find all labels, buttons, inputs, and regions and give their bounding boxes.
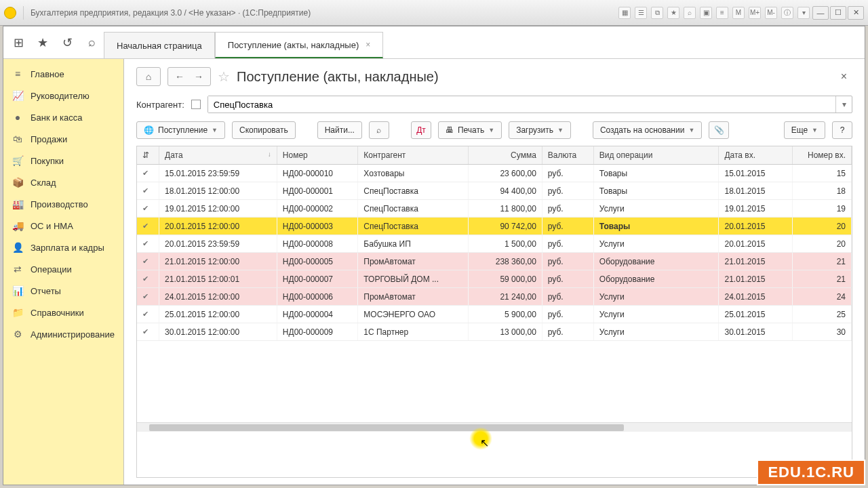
- sidebar-icon: 📈: [12, 90, 24, 101]
- info-icon[interactable]: ⓘ: [781, 7, 793, 19]
- sidebar-item-manager[interactable]: 📈Руководителю: [3, 85, 123, 106]
- sidebar-icon: 🛒: [12, 155, 24, 166]
- cell-counterparty: СпецПоставка: [358, 218, 469, 235]
- home-icon[interactable]: ⌂: [141, 69, 156, 84]
- col-currency[interactable]: Валюта: [542, 146, 593, 165]
- create-based-button[interactable]: Создать на основании ▼: [593, 121, 702, 139]
- sidebar-item-label: Производство: [31, 199, 88, 209]
- tb-icon[interactable]: ☰: [635, 7, 647, 19]
- horizontal-scrollbar[interactable]: [137, 422, 852, 432]
- toolbar: 🌐 Поступление ▼ Скопировать Найти... ⌕ Д…: [124, 119, 865, 146]
- attachment-button[interactable]: 📎: [709, 121, 729, 139]
- col-marker[interactable]: ⇵: [137, 146, 159, 165]
- print-button[interactable]: 🖶 Печать ▼: [438, 121, 502, 139]
- table-row[interactable]: ✔24.01.2015 12:00:00НД00-000006ПромАвтом…: [137, 288, 852, 306]
- cell-counterparty: СпецПоставка: [358, 200, 469, 218]
- cell-counterparty: ПромАвтомат: [358, 253, 469, 270]
- page-close-button[interactable]: ×: [835, 68, 852, 85]
- sidebar-item-admin[interactable]: ⚙Администрирование: [3, 323, 123, 345]
- cell-counterparty: ТОРГОВЫЙ ДОМ ...: [358, 270, 469, 288]
- cell-number: НД00-000002: [277, 200, 357, 218]
- cell-date: 25.01.2015 12:00:00: [159, 306, 277, 323]
- cell-date-in: 19.01.2015: [719, 200, 793, 218]
- sidebar-item-label: Продажи: [31, 134, 67, 144]
- minimize-button[interactable]: —: [812, 6, 829, 20]
- tab-close-icon[interactable]: ×: [366, 40, 370, 49]
- col-optype[interactable]: Вид операции: [593, 146, 719, 165]
- close-button[interactable]: ✕: [848, 6, 864, 20]
- counterparty-input[interactable]: ▾: [208, 96, 852, 113]
- col-sum[interactable]: Сумма: [469, 146, 542, 165]
- dropdown-icon[interactable]: ▾: [797, 7, 810, 19]
- sidebar-item-purchases[interactable]: 🛒Покупки: [3, 150, 123, 171]
- window-title: Бухгалтерия предприятия, редакция 3.0 / …: [31, 8, 616, 18]
- table-row[interactable]: ✔20.01.2015 23:59:59НД00-000008Бабушка И…: [137, 235, 852, 253]
- col-num-in[interactable]: Номер вх.: [793, 146, 852, 165]
- table-row[interactable]: ✔19.01.2015 12:00:00НД00-000002СпецПоста…: [137, 200, 852, 218]
- tb-icon[interactable]: M: [732, 7, 745, 19]
- sidebar-item-main[interactable]: ≡Главное: [3, 63, 123, 85]
- filter-checkbox[interactable]: [191, 100, 201, 109]
- cell-date-in: 15.01.2015: [719, 165, 793, 182]
- tab-active[interactable]: Поступление (акты, накладные) ×: [215, 32, 383, 58]
- watermark: EDU.1C.RU: [757, 460, 865, 485]
- copy-button[interactable]: Скопировать: [232, 121, 296, 139]
- cell-currency: руб.: [542, 288, 593, 306]
- col-date[interactable]: Дата↓: [159, 146, 277, 165]
- maximize-button[interactable]: ☐: [830, 6, 846, 20]
- cell-currency: руб.: [542, 306, 593, 323]
- star-icon[interactable]: ★: [31, 26, 55, 58]
- favorite-icon[interactable]: ☆: [218, 68, 230, 85]
- load-button[interactable]: Загрузить ▼: [509, 121, 571, 139]
- counterparty-field[interactable]: [208, 96, 835, 113]
- sidebar-item-reports[interactable]: 📊Отчеты: [3, 280, 123, 302]
- sidebar-icon: 📦: [12, 177, 24, 188]
- table-row[interactable]: ✔15.01.2015 23:59:59НД00-000010Хозтовары…: [137, 165, 852, 182]
- tb-icon[interactable]: ≡: [716, 7, 728, 19]
- cell-sum: 13 000,00: [469, 323, 542, 341]
- cell-currency: руб.: [542, 165, 593, 182]
- sidebar-item-production[interactable]: 🏭Производство: [3, 193, 123, 215]
- tb-icon[interactable]: ▦: [618, 7, 631, 19]
- tb-icon[interactable]: M-: [765, 7, 777, 19]
- find-button[interactable]: Найти...: [317, 121, 362, 139]
- tb-icon[interactable]: ⧉: [651, 7, 663, 19]
- table-row[interactable]: ✔30.01.2015 12:00:00НД00-0000091С Партне…: [137, 323, 852, 341]
- sidebar-item-operations[interactable]: ⇄Операции: [3, 258, 123, 280]
- tb-icon[interactable]: ⌕: [684, 7, 696, 19]
- sidebar-item-warehouse[interactable]: 📦Склад: [3, 171, 123, 193]
- sidebar-item-assets[interactable]: 🚚ОС и НМА: [3, 215, 123, 237]
- back-button[interactable]: ←: [172, 69, 187, 84]
- table-row[interactable]: ✔18.01.2015 12:00:00НД00-000001СпецПоста…: [137, 182, 852, 200]
- col-date-in[interactable]: Дата вх.: [719, 146, 793, 165]
- posting-button[interactable]: Дт: [411, 121, 431, 139]
- table-row[interactable]: ✔20.01.2015 12:00:00НД00-000003СпецПоста…: [137, 218, 852, 235]
- tb-icon[interactable]: ★: [667, 7, 679, 19]
- sidebar-item-refs[interactable]: 📁Справочники: [3, 302, 123, 323]
- cell-sum: 23 600,00: [469, 165, 542, 182]
- sidebar-item-bank[interactable]: ●Банк и касса: [3, 106, 123, 128]
- cell-date-in: 21.01.2015: [719, 270, 793, 288]
- table-row[interactable]: ✔25.01.2015 12:00:00НД00-000004МОСЭНЕРГО…: [137, 306, 852, 323]
- tb-icon[interactable]: M+: [749, 7, 761, 19]
- tb-icon[interactable]: ▣: [700, 7, 712, 19]
- search-icon[interactable]: ⌕: [79, 26, 104, 58]
- sidebar-item-hr[interactable]: 👤Зарплата и кадры: [3, 237, 123, 258]
- sidebar-item-sales[interactable]: 🛍Продажи: [3, 128, 123, 150]
- col-counterparty[interactable]: Контрагент: [358, 146, 469, 165]
- table-row[interactable]: ✔21.01.2015 12:00:00НД00-000005ПромАвтом…: [137, 253, 852, 270]
- help-button[interactable]: ?: [832, 121, 852, 139]
- forward-button[interactable]: →: [191, 69, 206, 84]
- table-row[interactable]: ✔21.01.2015 12:00:01НД00-000007ТОРГОВЫЙ …: [137, 270, 852, 288]
- cell-date-in: 18.01.2015: [719, 182, 793, 200]
- col-number[interactable]: Номер: [277, 146, 357, 165]
- more-button[interactable]: Еще ▼: [784, 121, 825, 139]
- history-icon[interactable]: ↺: [55, 26, 79, 58]
- receipt-button[interactable]: 🌐 Поступление ▼: [136, 121, 225, 139]
- tab-home[interactable]: Начальная страница: [104, 32, 215, 58]
- cell-num-in: 24: [793, 288, 852, 306]
- dropdown-icon[interactable]: ▾: [835, 96, 852, 113]
- clear-filter-button[interactable]: ⌕: [369, 121, 389, 139]
- data-table[interactable]: ⇵ Дата↓ Номер Контрагент Сумма Валюта Ви…: [136, 146, 852, 478]
- apps-icon[interactable]: ⊞: [6, 26, 31, 58]
